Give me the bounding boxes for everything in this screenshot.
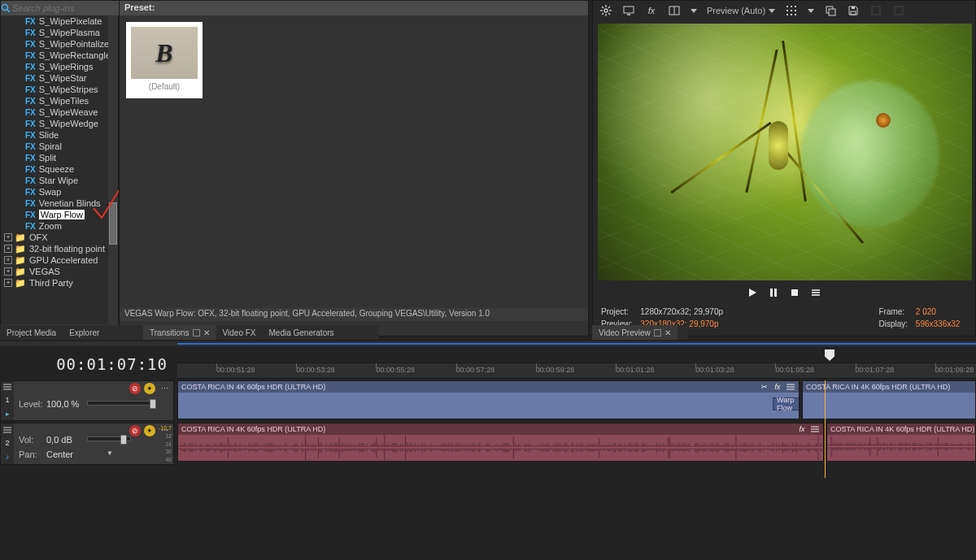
svg-rect-29 (895, 7, 903, 15)
plugin-vscrollbar[interactable] (108, 15, 118, 324)
save-icon[interactable] (847, 4, 860, 17)
split-screen-icon[interactable] (668, 4, 681, 17)
bypass-motion-icon[interactable]: ⊘ (129, 383, 141, 394)
monitor-icon[interactable] (622, 4, 635, 17)
fx-item-spiral[interactable]: FXSpiral (1, 141, 110, 152)
fx-item-star-wipe[interactable]: FXStar Wipe (1, 175, 110, 186)
preview-quality-dropdown[interactable]: Preview (Auto) (707, 6, 775, 15)
grid-icon[interactable] (785, 4, 798, 17)
hamburger-icon[interactable] (809, 286, 822, 299)
tab-media-generators[interactable]: Media Generators (263, 325, 341, 340)
svg-rect-18 (786, 10, 788, 11)
audio-clip-2[interactable]: COSTA RICA IN 4K 60fps HDR (ULTRA HD) (826, 423, 976, 462)
close-icon[interactable]: ✕ (203, 328, 210, 337)
video-clip-2[interactable]: COSTA RICA IN 4K 60fps HDR (ULTRA HD) (802, 380, 976, 419)
tab-explorer[interactable]: Explorer (63, 325, 106, 340)
audio-track-header[interactable]: 2♪ ⊘ ✦ ⋯ Vol: 0,0 dB Pan: Center ▼ -10,7… (0, 423, 174, 465)
plugin-tree[interactable]: FXS_WipePixelateFXS_WipePlasmaFXS_WipePo… (1, 15, 110, 324)
timeline-marker[interactable] (825, 349, 834, 361)
plugin-vscroll-thumb[interactable] (109, 202, 117, 245)
crop-icon[interactable]: ✂ (760, 382, 769, 392)
fx-item-s-wiperings[interactable]: FXS_WipeRings (1, 61, 110, 72)
clip-fx-icon[interactable]: fx (797, 424, 807, 434)
close-icon[interactable]: ✕ (664, 328, 671, 337)
fx-item-s-wipepointalize[interactable]: FXS_WipePointalize (1, 38, 110, 50)
clip-menu-icon[interactable] (810, 424, 820, 434)
video-clip-1[interactable]: COSTA RICA IN 4K 60fps HDR (ULTRA HD) ✂ … (177, 380, 800, 419)
timecode-display[interactable]: 00:01:07:10 (15, 349, 174, 379)
chevron-down-icon[interactable] (808, 9, 814, 13)
video-track-header[interactable]: 1▸ ⊘ ✦ ⋯ Level: 100,0 % (0, 380, 174, 421)
bypass-fx-icon[interactable]: ⊘ (129, 425, 141, 436)
fx-prefix-icon: FX (25, 222, 36, 231)
vol-slider[interactable] (87, 436, 131, 441)
fx-item-squeeze[interactable]: FXSqueeze (1, 163, 110, 175)
clip-fx-icon[interactable]: fx (773, 382, 782, 392)
fx-item-swap[interactable]: FXSwap (1, 186, 110, 198)
automation-icon[interactable]: ✦ (144, 383, 155, 394)
fx-item-s-wipepixelate[interactable]: FXS_WipePixelate (1, 15, 110, 27)
track-index-audio[interactable]: 2♪ (1, 423, 14, 464)
playhead[interactable] (825, 380, 826, 478)
ruler-label: 00:00:53:28 (296, 366, 335, 374)
tab-video-preview[interactable]: Video Preview ✕ (592, 325, 678, 340)
gear-icon[interactable] (599, 4, 612, 17)
maximize-icon[interactable] (193, 329, 200, 336)
folder-ofx[interactable]: +📁OFX (1, 232, 110, 243)
clip-menu-icon[interactable] (786, 382, 795, 392)
svg-rect-28 (872, 7, 880, 15)
expand-icon[interactable]: + (4, 233, 12, 241)
audio-clip-1[interactable]: COSTA RICA IN 4K 60fps HDR (ULTRA HD) fx (177, 423, 824, 462)
fx-item-zoom[interactable]: FXZoom (1, 220, 110, 232)
track-menu-icon[interactable]: ⋯ (159, 383, 170, 394)
play-button[interactable] (746, 286, 759, 299)
transition-tag[interactable]: Warp Flow (773, 397, 800, 410)
fx-item-s-wipeweave[interactable]: FXS_WipeWeave (1, 106, 110, 118)
timeline-range-bar[interactable] (177, 343, 976, 345)
fx-item-slide[interactable]: FXSlide (1, 129, 110, 141)
folder-32-bit-floating-point[interactable]: +📁32-bit floating point (1, 243, 110, 254)
pan-dropdown-icon[interactable]: ▼ (107, 449, 113, 457)
expand-icon[interactable]: + (4, 279, 12, 287)
pause-button[interactable] (767, 286, 780, 299)
preset-default[interactable]: B (Default) (126, 22, 203, 98)
automation-icon[interactable]: ✦ (144, 425, 155, 436)
maximize-icon[interactable] (654, 329, 661, 336)
fx-item-venetian-blinds[interactable]: FXVenetian Blinds (1, 198, 110, 209)
tab-project-media[interactable]: Project Media (0, 325, 63, 340)
expand-icon[interactable]: + (4, 267, 12, 276)
copy-icon[interactable] (824, 4, 837, 17)
tab-transitions[interactable]: Transitions ✕ (143, 325, 216, 340)
tab-video-fx[interactable]: Video FX (216, 325, 263, 340)
timeline-ruler[interactable]: 00:00:51:2800:00:53:2800:00:55:2800:00:5… (177, 362, 976, 379)
fx-item-s-wipestar[interactable]: FXS_WipeStar (1, 72, 110, 84)
dropdown-icon[interactable] (691, 9, 697, 13)
svg-rect-20 (795, 10, 796, 11)
fx-item-warp-flow[interactable]: FXWarp Flow (1, 209, 110, 220)
level-slider[interactable] (87, 401, 155, 406)
ruler-label: 00:00:57:28 (456, 366, 495, 374)
fx-item-s-wipestripes[interactable]: FXS_WipeStripes (1, 84, 110, 95)
chevron-down-icon (769, 9, 775, 13)
folder-icon: 📁 (15, 267, 26, 277)
search-input[interactable] (11, 2, 127, 14)
expand-icon[interactable]: + (4, 245, 12, 253)
fx-prefix-icon: FX (25, 165, 36, 174)
fx-item-s-wipeplasma[interactable]: FXS_WipePlasma (1, 27, 110, 38)
stop-button[interactable] (788, 286, 801, 299)
preview-quality-label: Preview (Auto) (707, 6, 765, 15)
track-index-video[interactable]: 1▸ (1, 381, 14, 420)
folder-third-party[interactable]: +📁Third Party (1, 277, 110, 289)
fx-item-split[interactable]: FXSplit (1, 152, 110, 163)
folder-gpu-accelerated[interactable]: +📁GPU Accelerated (1, 254, 110, 266)
expand-icon[interactable]: + (4, 256, 12, 264)
fx-prefix-icon: FX (25, 74, 36, 83)
fx-item-s-wipetiles[interactable]: FXS_WipeTiles (1, 95, 110, 106)
fx-prefix-icon: FX (25, 51, 36, 60)
fx-item-s-wipewedge[interactable]: FXS_WipeWedge (1, 118, 110, 129)
preview-display[interactable] (598, 24, 972, 280)
fx-item-s-wiperectangle[interactable]: FXS_WipeRectangle (1, 50, 110, 61)
folder-vegas[interactable]: +📁VEGAS (1, 266, 110, 277)
fx-icon[interactable]: fx (645, 4, 658, 17)
disabled-icon-1 (869, 4, 882, 17)
